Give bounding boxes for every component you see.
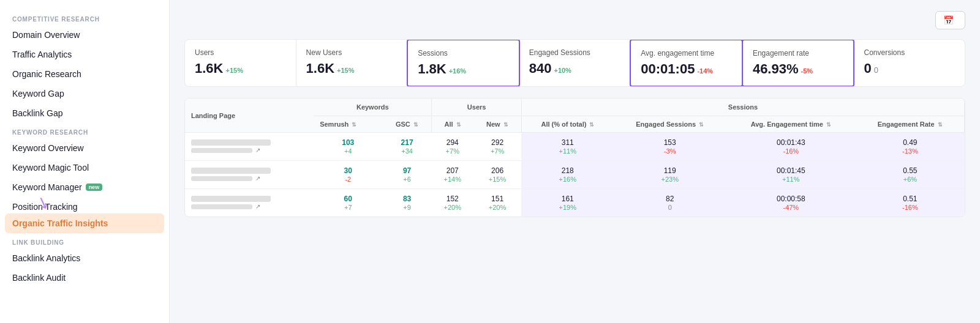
sidebar-item-label: Backlink Gap — [12, 108, 62, 118]
sidebar-item-organic-research[interactable]: Organic Research — [0, 64, 169, 84]
sort-icon[interactable]: ⇅ — [456, 122, 461, 128]
metric-card-engaged-sessions: Engaged Sessions840+10% — [519, 40, 631, 86]
sort-icon[interactable]: ⇅ — [938, 122, 943, 128]
sidebar-item-label: Organic Traffic Insights — [12, 218, 108, 228]
sort-icon[interactable]: ⇅ — [589, 122, 594, 128]
cell-change: +19% — [559, 204, 576, 211]
cell-main-value: 83 — [403, 195, 411, 203]
metric-label: Engaged Sessions — [529, 48, 620, 57]
sidebar-item-traffic-analytics[interactable]: Traffic Analytics — [0, 45, 169, 64]
cell-main-value: 311 — [562, 138, 574, 147]
sidebar-item-organic-traffic-insights[interactable]: Organic Traffic Insights — [5, 213, 164, 233]
metric-card-avg-engagement-time: Avg. engagement time00:01:05-14% — [630, 39, 743, 87]
sidebar-section-label: LINK BUILDING — [0, 233, 169, 248]
cell-value-group: 00:01:43-16% — [732, 138, 850, 155]
cell-value-group: 820 — [620, 195, 720, 211]
sidebar-item-keyword-overview[interactable]: Keyword Overview — [0, 138, 169, 158]
metric-card-users: Users1.6K+15% — [185, 40, 296, 86]
subcol-all[interactable]: All ⇅ — [432, 116, 473, 133]
metric-value: 1.6K+15% — [195, 61, 286, 76]
table-row: ↗ 103+4217+34294+7%292+7%311+11%153-3%00… — [185, 133, 965, 161]
cell-value-group: 292+7% — [480, 138, 516, 155]
metric-number: 840 — [529, 61, 552, 76]
subcol-avg-engagement-time[interactable]: Avg. Engagement time ⇅ — [726, 116, 856, 133]
cell-main-value: 97 — [403, 166, 411, 175]
cell-main-value: 60 — [344, 195, 352, 203]
metric-number: 1.8K — [418, 61, 446, 77]
subcol-all-of-total-[interactable]: All (% of total) ⇅ — [521, 116, 614, 133]
cell-value-group: 206+15% — [480, 166, 516, 183]
metric-card-engagement-rate: Engagement rate46.93%-5% — [742, 39, 855, 87]
cell-change: +7 — [344, 204, 352, 211]
cell-main-value: 0.55 — [903, 166, 917, 175]
metric-number: 00:01:05 — [641, 61, 695, 77]
external-link-icon[interactable]: ↗ — [255, 147, 260, 154]
landing-page-cell: ↗ — [185, 189, 314, 217]
metric-value: 840+10% — [529, 61, 620, 76]
sort-icon[interactable]: ⇅ — [826, 122, 831, 128]
metric-change: +15% — [337, 67, 354, 74]
sidebar-item-domain-overview[interactable]: Domain Overview — [0, 25, 169, 45]
metric-label: Conversions — [864, 48, 955, 57]
sidebar-item-backlink-audit[interactable]: Backlink Audit — [0, 268, 169, 288]
cell-change: -3% — [664, 147, 676, 155]
external-link-icon[interactable]: ↗ — [255, 175, 260, 182]
metric-number: 1.6K — [306, 61, 334, 76]
cell-change: +9 — [403, 204, 411, 211]
metric-value: 00 — [864, 61, 955, 76]
subcol-semrush[interactable]: Semrush ⇅ — [314, 116, 382, 133]
cell-change: +11% — [782, 176, 799, 183]
data-cell: 0.55+6% — [856, 161, 964, 189]
cell-change: -16% — [902, 204, 918, 211]
cell-change: +34 — [401, 147, 413, 155]
data-cell: 97+6 — [382, 161, 431, 189]
cell-value-group: 00:01:45+11% — [732, 166, 850, 183]
cell-main-value: 00:00:58 — [777, 195, 805, 203]
landing-pages-table-container: Landing PageKeywordsUsersSessionsSemrush… — [184, 98, 965, 217]
sidebar-item-keyword-magic-tool[interactable]: Keyword Magic Tool — [0, 158, 169, 177]
table-row: ↗ 30-297+6207+14%206+15%218+16%119+23%00… — [185, 161, 965, 189]
sidebar-item-label: Keyword Magic Tool — [12, 163, 89, 173]
sidebar-item-keyword-gap[interactable]: Keyword Gap — [0, 84, 169, 103]
date-range-badge[interactable]: 📅 — [935, 11, 965, 29]
cell-change: +6% — [903, 176, 917, 183]
landing-url-blur — [191, 148, 252, 153]
data-cell: 103+4 — [314, 133, 382, 161]
metric-card-sessions: Sessions1.8K+16% — [407, 39, 520, 87]
metric-sub: 0 — [874, 65, 878, 75]
cell-change: +20% — [489, 204, 506, 211]
cell-change: -13% — [902, 147, 918, 155]
cell-main-value: 292 — [491, 138, 503, 147]
subcol-engaged-sessions[interactable]: Engaged Sessions ⇅ — [614, 116, 726, 133]
cell-main-value: 206 — [491, 166, 503, 175]
data-cell: 0.49-13% — [856, 133, 964, 161]
sidebar-item-backlink-analytics[interactable]: Backlink Analytics — [0, 248, 169, 268]
header-row: 📅 — [184, 11, 965, 29]
sort-icon[interactable]: ⇅ — [413, 122, 418, 128]
col-group-sessions: Sessions — [521, 98, 964, 116]
cell-value-group: 0.49-13% — [862, 138, 958, 155]
subcol-gsc[interactable]: GSC ⇅ — [382, 116, 431, 133]
data-cell: 217+34 — [382, 133, 431, 161]
cell-change: +7% — [446, 147, 459, 155]
sidebar-item-label: Backlink Audit — [12, 273, 66, 283]
cell-value-group: 294+7% — [438, 138, 467, 155]
subcol-engagement-rate[interactable]: Engagement Rate ⇅ — [856, 116, 964, 133]
external-link-icon[interactable]: ↗ — [255, 203, 260, 210]
sidebar-item-backlink-gap[interactable]: Backlink Gap — [0, 103, 169, 123]
subcol-new[interactable]: New ⇅ — [473, 116, 522, 133]
sidebar-item-label: Traffic Analytics — [12, 50, 72, 59]
landing-page-info: ↗ — [191, 196, 307, 210]
data-cell: 00:01:43-16% — [726, 133, 856, 161]
metric-value: 46.93%-5% — [753, 61, 844, 77]
data-cell: 152+20% — [432, 189, 473, 217]
landing-page-info: ↗ — [191, 168, 307, 182]
cell-change: +4 — [344, 147, 352, 155]
cell-value-group: 60+7 — [320, 195, 376, 211]
data-cell: 311+11% — [521, 133, 614, 161]
data-cell: 153-3% — [614, 133, 726, 161]
sort-icon[interactable]: ⇅ — [503, 122, 508, 128]
sort-icon[interactable]: ⇅ — [352, 122, 356, 128]
cell-value-group: 217+34 — [388, 138, 425, 155]
sort-icon[interactable]: ⇅ — [699, 122, 704, 128]
